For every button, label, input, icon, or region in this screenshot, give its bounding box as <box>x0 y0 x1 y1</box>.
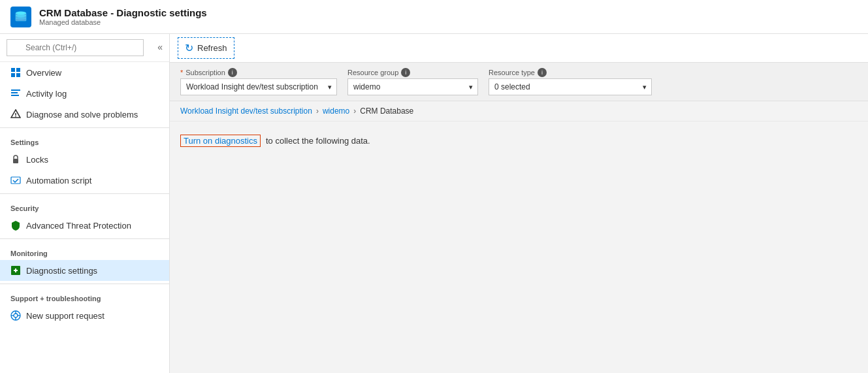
section-label-support: Support + troubleshooting <box>0 287 169 305</box>
resource-type-select[interactable]: 0 selected <box>489 78 652 95</box>
subscription-filter-group: * Subscription i Workload Insight dev/te… <box>180 68 337 95</box>
sidebar-item-activity-log[interactable]: Activity log <box>0 83 169 104</box>
svg-point-20 <box>14 314 18 317</box>
svg-rect-15 <box>11 177 20 184</box>
page-subtitle: Managed database <box>39 18 207 26</box>
svg-point-13 <box>15 116 16 118</box>
lock-icon <box>10 154 21 165</box>
sidebar-item-label-diagnose: Diagnose and solve problems <box>26 110 138 120</box>
sidebar-item-label-activity-log: Activity log <box>26 89 67 99</box>
resource-group-info-icon[interactable]: i <box>401 68 410 77</box>
svg-rect-10 <box>11 92 18 93</box>
breadcrumb: Workload Insight dev/test subscription ›… <box>170 101 868 122</box>
main-layout: 🔍 « Overview Activity log <box>0 34 868 373</box>
sidebar-divider-support <box>0 284 169 284</box>
diagnose-icon <box>10 109 21 120</box>
sidebar-search-wrap: 🔍 <box>7 39 163 56</box>
sidebar-divider-security <box>0 193 169 194</box>
resource-group-select[interactable]: widemo <box>347 78 478 95</box>
subscription-label: * Subscription i <box>180 68 337 77</box>
sidebar-item-label-locks: Locks <box>26 155 48 165</box>
sidebar-item-label-new-support: New support request <box>26 311 104 321</box>
resource-type-label: Resource type i <box>489 68 652 77</box>
filter-bar: * Subscription i Workload Insight dev/te… <box>170 63 868 101</box>
refresh-label: Refresh <box>197 43 227 53</box>
breadcrumb-current: CRM Database <box>360 106 413 116</box>
resource-type-info-icon[interactable]: i <box>538 68 547 77</box>
breadcrumb-subscription[interactable]: Workload Insight dev/test subscription <box>180 106 312 116</box>
svg-rect-11 <box>11 95 19 96</box>
toolbar: ↻ Refresh <box>170 34 868 63</box>
resource-group-label: Resource group i <box>347 68 478 77</box>
breadcrumb-resource-group[interactable]: widemo <box>323 106 349 116</box>
sidebar-item-automation[interactable]: Automation script <box>0 170 169 191</box>
resource-type-select-wrap: 0 selected <box>489 78 652 95</box>
svg-rect-6 <box>16 68 20 72</box>
sidebar-item-label-diagnostic-settings: Diagnostic settings <box>26 266 97 276</box>
breadcrumb-sep-2: › <box>353 106 356 116</box>
subscription-info-icon[interactable]: i <box>228 68 237 77</box>
automation-icon <box>10 175 21 186</box>
resource-group-filter-group: Resource group i widemo <box>347 68 478 95</box>
diagnostics-message: Turn on diagnostics to collect the follo… <box>180 135 858 147</box>
refresh-icon: ↻ <box>185 42 193 54</box>
sidebar-divider-monitoring <box>0 238 169 239</box>
section-label-security: Security <box>0 197 169 215</box>
breadcrumb-sep-1: › <box>316 106 319 116</box>
shield-icon <box>10 220 21 231</box>
sidebar-item-diagnose[interactable]: Diagnose and solve problems <box>0 104 169 125</box>
sidebar-divider-settings <box>0 127 169 128</box>
svg-rect-8 <box>16 73 20 77</box>
sidebar-item-advanced-threat[interactable]: Advanced Threat Protection <box>0 215 169 236</box>
sidebar-item-new-support[interactable]: New support request <box>0 305 169 326</box>
header-text-group: CRM Database - Diagnostic settings Manag… <box>39 7 207 26</box>
svg-rect-14 <box>13 159 18 163</box>
content-area: ↻ Refresh * Subscription i Workload Insi… <box>170 34 868 373</box>
sidebar-item-overview[interactable]: Overview <box>0 62 169 83</box>
overview-icon <box>10 67 21 78</box>
section-label-settings: Settings <box>0 131 169 149</box>
subscription-select-wrap: Workload Insight dev/test subscription <box>180 78 337 95</box>
svg-rect-9 <box>11 89 20 91</box>
required-star: * <box>180 69 183 76</box>
app-header: CRM Database - Diagnostic settings Manag… <box>0 0 868 34</box>
sidebar-item-label-automation: Automation script <box>26 176 91 186</box>
resource-group-select-wrap: widemo <box>347 78 478 95</box>
resource-type-filter-group: Resource type i 0 selected <box>489 68 652 95</box>
app-icon <box>10 7 31 27</box>
sidebar-item-diagnostic-settings[interactable]: Diagnostic settings <box>0 260 169 281</box>
sidebar-nav: Overview Activity log Diagnose and solve… <box>0 62 169 373</box>
activity-log-icon <box>10 88 21 99</box>
sidebar: 🔍 « Overview Activity log <box>0 34 170 373</box>
subscription-select[interactable]: Workload Insight dev/test subscription <box>180 78 337 95</box>
svg-rect-5 <box>11 68 15 72</box>
sidebar-item-label-overview: Overview <box>26 68 61 78</box>
search-input[interactable] <box>7 39 144 56</box>
message-suffix: to collect the following data. <box>266 136 370 146</box>
svg-point-3 <box>16 16 26 20</box>
diagnostic-settings-icon <box>10 265 21 276</box>
svg-rect-7 <box>11 73 15 77</box>
turn-on-diagnostics-link[interactable]: Turn on diagnostics <box>180 135 261 147</box>
main-content: Turn on diagnostics to collect the follo… <box>170 122 868 373</box>
refresh-button[interactable]: ↻ Refresh <box>178 37 234 59</box>
sidebar-item-label-advanced-threat: Advanced Threat Protection <box>26 221 131 231</box>
section-label-monitoring: Monitoring <box>0 242 169 260</box>
support-icon <box>10 310 21 321</box>
page-title: CRM Database - Diagnostic settings <box>39 7 207 18</box>
sidebar-collapse-button[interactable]: « <box>152 39 168 55</box>
sidebar-item-locks[interactable]: Locks <box>0 149 169 170</box>
